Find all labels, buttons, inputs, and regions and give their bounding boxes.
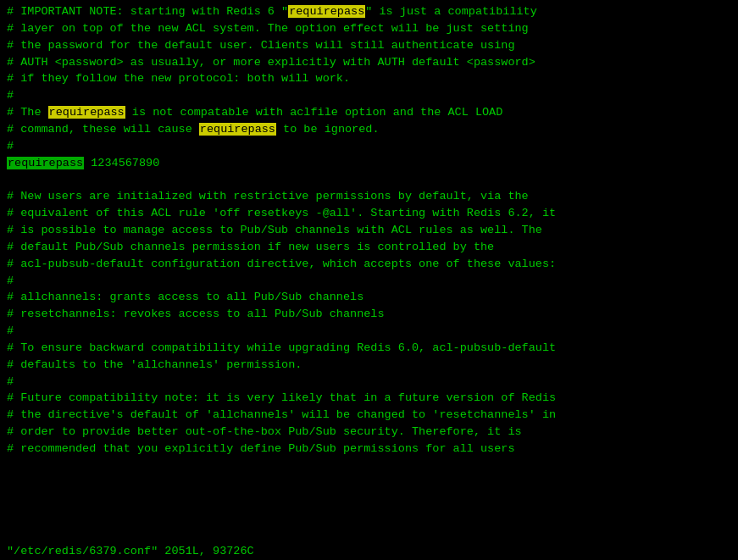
line-18: # allchannels: grants access to all Pub/… — [7, 289, 731, 306]
line-26: # order to provide better out-of-the-box… — [7, 424, 731, 441]
line-20: # — [7, 323, 731, 340]
line-10: requirepass 1234567890 — [7, 155, 731, 172]
line-3: # the password for the default user. Cli… — [7, 37, 731, 54]
line-23: # — [7, 374, 731, 391]
line-17: # — [7, 273, 731, 290]
highlight-requirepass-active: requirepass — [7, 157, 84, 169]
line-16: # acl-pubsub-default configuration direc… — [7, 256, 731, 273]
line-22: # defaults to the 'allchannels' permissi… — [7, 357, 731, 374]
highlight-requirepass-3: requirepass — [199, 123, 276, 136]
highlight-requirepass-1: requirepass — [288, 5, 365, 18]
line-14: # is possible to manage access to Pub/Su… — [7, 222, 731, 239]
line-19: # resetchannels: revokes access to all P… — [7, 306, 731, 323]
line-1: # IMPORTANT NOTE: starting with Redis 6 … — [7, 3, 731, 20]
code-editor: # IMPORTANT NOTE: starting with Redis 6 … — [0, 0, 738, 560]
line-24: # Future compatibility note: it is very … — [7, 390, 731, 407]
line-21: # To ensure backward compatibility while… — [7, 340, 731, 357]
line-5: # if they follow the new protocol: both … — [7, 70, 731, 87]
line-4: # AUTH <password> as usually, or more ex… — [7, 54, 731, 71]
line-15: # default Pub/Sub channels permission if… — [7, 239, 731, 256]
status-bar-text: "/etc/redis/6379.conf" 2051L, 93726C — [7, 545, 254, 557]
line-27: # recommended that you explicitly define… — [7, 441, 731, 457]
line-12: # New users are initialized with restric… — [7, 188, 731, 205]
line-11 — [7, 171, 731, 188]
line-8: # command, these will cause requirepass … — [7, 121, 731, 138]
status-bar: "/etc/redis/6379.conf" 2051L, 93726C — [0, 543, 738, 560]
line-25: # the directive's default of 'allchannel… — [7, 407, 731, 424]
highlight-requirepass-2: requirepass — [48, 106, 125, 119]
line-2: # layer on top of the new ACL system. Th… — [7, 20, 731, 37]
line-9: # — [7, 138, 731, 155]
line-13: # equivalent of this ACL rule 'off reset… — [7, 205, 731, 222]
line-7: # The requirepass is not compatable with… — [7, 104, 731, 121]
line-6: # — [7, 87, 731, 104]
